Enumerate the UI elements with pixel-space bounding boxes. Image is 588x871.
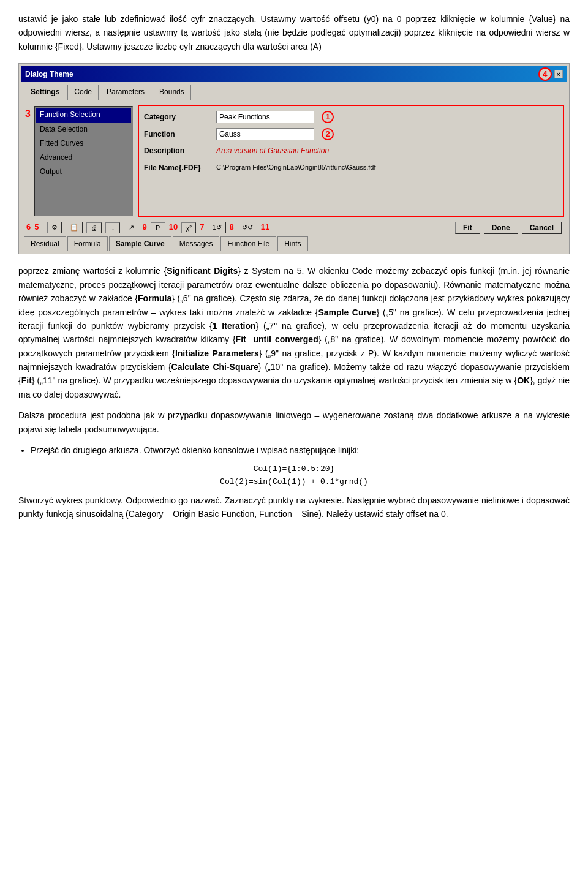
after-dialog-paragraph-2: Dalsza procedura jest podobna jak w przy…: [18, 409, 570, 436]
badge-3: 3: [25, 106, 31, 122]
bottom-tabs: Residual Formula Sample Curve Messages F…: [21, 235, 567, 251]
bottom-tab-function-file[interactable]: Function File: [221, 236, 276, 251]
description-value: Area version of Gaussian Function: [216, 145, 329, 157]
left-menu: Function Selection Data Selection Fitted…: [34, 106, 133, 216]
toolbar-area: 6 5 ⚙ 📋 🖨 ↓ ↗ 9 P 10 χ² 7 1↺ 8 ↺↺ 11 Fit…: [21, 220, 567, 235]
toolbar-icon-1[interactable]: ⚙: [47, 222, 62, 233]
category-select[interactable]: Peak Functions: [216, 111, 314, 123]
toolbar-icon-3[interactable]: 🖨: [86, 222, 102, 233]
menu-item-output[interactable]: Output: [36, 165, 131, 179]
close-button[interactable]: ×: [554, 70, 563, 78]
left-panel: 3 Function Selection Data Selection Fitt…: [24, 105, 134, 217]
function-label: Function: [144, 129, 211, 140]
toolbar-btn-7[interactable]: 1↺: [208, 222, 225, 233]
dialog-title: Dialog Theme: [25, 69, 74, 80]
fit-button[interactable]: Fit: [455, 222, 480, 234]
description-label: Description: [144, 145, 211, 157]
bottom-tab-hints[interactable]: Hints: [277, 236, 307, 251]
cancel-button[interactable]: Cancel: [522, 222, 562, 234]
toolbar-btn-10[interactable]: χ²: [181, 222, 196, 233]
menu-item-fitted-curves[interactable]: Fitted Curves: [36, 137, 131, 151]
dialog-body: 3 Function Selection Data Selection Fitt…: [21, 102, 567, 220]
bottom-tab-messages[interactable]: Messages: [173, 236, 220, 251]
category-label: Category: [144, 111, 211, 123]
badge-2: 2: [322, 128, 334, 140]
code-line-1: Col(1)={1:0.5:20}: [18, 463, 570, 476]
dialog-box: Dialog Theme 4 × Settings Code Parameter…: [18, 63, 570, 254]
code-block: Col(1)={1:0.5:20} Col(2)=sin(Col(1)) + 0…: [18, 463, 570, 489]
badge-1: 1: [322, 111, 334, 123]
tab-settings[interactable]: Settings: [24, 85, 66, 100]
tab-code[interactable]: Code: [67, 85, 99, 100]
right-panel: Category Peak Functions 1 Function Gauss: [138, 105, 564, 217]
final-paragraph: Stworzyć wykres punktowy. Odpowiednio go…: [18, 494, 570, 521]
badge-10: 10: [169, 221, 178, 234]
badge-6: 6: [26, 221, 31, 234]
bottom-tab-formula[interactable]: Formula: [67, 236, 108, 251]
badge-8: 8: [230, 221, 234, 234]
filename-value: C:\Program Files\OriginLab\Origin85\fitf…: [216, 162, 375, 173]
menu-item-advanced[interactable]: Advanced: [36, 151, 131, 165]
filename-label: File Name{.FDF}: [144, 162, 211, 174]
badge-9: 9: [142, 221, 146, 234]
category-row: Category Peak Functions 1: [144, 111, 558, 123]
intro-paragraph: ustawić je jako stałe lub zdefiniować il…: [18, 12, 570, 53]
dialog-tabs: Settings Code Parameters Bounds: [21, 85, 567, 100]
after-dialog-paragraph-1: poprzez zmianę wartości z kolumnie {Sign…: [18, 264, 570, 401]
toolbar-btn-9[interactable]: P: [151, 222, 165, 233]
bottom-tab-sample-curve[interactable]: Sample Curve: [109, 236, 172, 251]
menu-item-function-selection[interactable]: Function Selection: [36, 108, 131, 122]
badge-7: 7: [200, 221, 204, 234]
bottom-tab-residual[interactable]: Residual: [24, 236, 66, 251]
badge-5: 5: [34, 221, 39, 234]
badge-4: 4: [538, 67, 552, 81]
bullet-list: Przejść do drugiego arkusza. Otworzyć ok…: [31, 443, 570, 457]
description-row: Description Area version of Gaussian Fun…: [144, 145, 558, 157]
badge-11: 11: [261, 221, 270, 234]
page-content: ustawić je jako stałe lub zdefiniować il…: [0, 0, 588, 541]
bullet-item-1: Przejść do drugiego arkusza. Otworzyć ok…: [31, 443, 570, 457]
dialog-titlebar: Dialog Theme 4 ×: [21, 66, 567, 82]
category-select-wrapper: Peak Functions: [216, 111, 314, 123]
done-button[interactable]: Done: [484, 222, 518, 234]
function-select[interactable]: Gauss: [216, 128, 314, 140]
toolbar-btn-8[interactable]: ↺↺: [238, 222, 257, 233]
toolbar-icon-2[interactable]: 📋: [66, 222, 83, 233]
tab-bounds[interactable]: Bounds: [153, 85, 191, 100]
filename-row: File Name{.FDF} C:\Program Files\OriginL…: [144, 162, 558, 174]
menu-item-data-selection[interactable]: Data Selection: [36, 123, 131, 137]
function-row: Function Gauss 2: [144, 128, 558, 140]
toolbar-icon-5[interactable]: ↗: [124, 222, 138, 233]
code-line-2: Col(2)=sin(Col(1)) + 0.1*grnd(): [18, 476, 570, 489]
tab-parameters[interactable]: Parameters: [100, 85, 151, 100]
function-select-wrapper: Gauss: [216, 128, 314, 140]
toolbar-icon-4[interactable]: ↓: [105, 222, 120, 233]
